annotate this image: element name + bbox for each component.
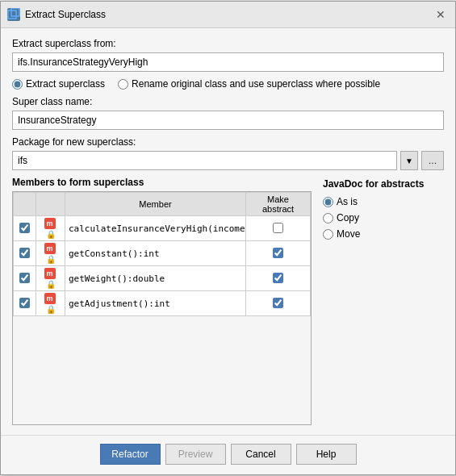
member-icon-cell: m🔒: [36, 266, 65, 291]
member-icon-cell: m🔒: [36, 216, 65, 241]
package-browse-button[interactable]: …: [421, 151, 444, 170]
make-abstract-checkbox[interactable]: [273, 298, 283, 308]
lock-icon: 🔒: [46, 305, 56, 314]
make-abstract-checkbox[interactable]: [273, 223, 283, 233]
members-table-wrapper: Member Make abstract m🔒calculateInsuranc…: [12, 191, 312, 425]
make-abstract-checkbox[interactable]: [273, 273, 283, 283]
dialog-footer: Refactor Preview Cancel Help: [1, 435, 455, 474]
radio-row: Extract superclass Rename original class…: [12, 78, 444, 90]
javadoc-move-option[interactable]: Move: [323, 228, 444, 240]
member-name: getWeight():double: [65, 266, 246, 291]
javadoc-copy-radio[interactable]: [323, 213, 333, 223]
javadoc-radio-group: As is Copy Move: [323, 196, 444, 240]
refactor-button[interactable]: Refactor: [100, 444, 161, 465]
members-section: Members to form superclass Member Make a…: [12, 177, 312, 425]
help-button[interactable]: Help: [296, 444, 357, 465]
member-checkbox[interactable]: [19, 248, 30, 258]
section-row: Members to form superclass Member Make a…: [12, 177, 444, 425]
radio-extract-option[interactable]: Extract superclass: [12, 78, 105, 90]
method-icon: m: [44, 218, 56, 229]
javadoc-copy-label: Copy: [337, 212, 359, 223]
extract-superclass-dialog: Extract Superclass ✕ Extract superclass …: [0, 1, 456, 475]
title-bar: Extract Superclass ✕: [1, 2, 455, 28]
radio-rename-option[interactable]: Rename original class and use superclass…: [118, 78, 380, 90]
radio-rename-label: Rename original class and use superclass…: [132, 78, 380, 90]
table-row: m🔒calculateInsuranceVeryHigh(income:doub…: [14, 216, 311, 241]
member-checkbox-cell: [14, 216, 36, 241]
make-abstract-cell: [246, 291, 311, 316]
col-check: [14, 193, 36, 216]
close-button[interactable]: ✕: [433, 6, 449, 23]
javadoc-move-label: Move: [337, 228, 360, 240]
javadoc-section: JavaDoc for abstracts As is Copy Move: [323, 177, 444, 425]
radio-rename[interactable]: [118, 79, 128, 90]
make-abstract-cell: [246, 241, 311, 266]
lock-icon: 🔒: [46, 230, 56, 239]
make-abstract-checkbox[interactable]: [273, 248, 283, 258]
make-abstract-cell: [246, 216, 311, 241]
member-name: getConstant():int: [65, 241, 246, 266]
javadoc-label: JavaDoc for abstracts: [323, 178, 444, 190]
lock-icon: 🔒: [46, 280, 56, 289]
col-member: Member: [65, 193, 246, 216]
javadoc-move-radio[interactable]: [323, 229, 333, 240]
radio-extract[interactable]: [12, 79, 23, 90]
cancel-button[interactable]: Cancel: [231, 444, 291, 465]
col-icon: [36, 193, 65, 216]
member-icon-cell: m🔒: [36, 241, 65, 266]
lock-icon: 🔒: [46, 255, 56, 264]
dialog-body: Extract superclass from: Extract supercl…: [1, 28, 455, 435]
member-checkbox[interactable]: [19, 223, 30, 233]
dialog-title: Extract Superclass: [25, 9, 106, 20]
method-icon: m: [44, 243, 56, 254]
member-checkbox-cell: [14, 266, 36, 291]
member-icon-cell: m🔒: [36, 291, 65, 316]
javadoc-asis-option[interactable]: As is: [323, 196, 444, 207]
javadoc-copy-option[interactable]: Copy: [323, 212, 444, 223]
make-abstract-cell: [246, 266, 311, 291]
method-icon: m: [44, 268, 56, 279]
title-bar-left: Extract Superclass: [7, 8, 106, 21]
package-dropdown-button[interactable]: ▼: [400, 151, 418, 170]
table-row: m🔒getWeight():double: [14, 266, 311, 291]
package-input[interactable]: [12, 151, 397, 170]
members-table: Member Make abstract m🔒calculateInsuranc…: [13, 192, 311, 316]
radio-extract-label: Extract superclass: [26, 78, 105, 90]
preview-button[interactable]: Preview: [165, 444, 226, 465]
member-checkbox-cell: [14, 241, 36, 266]
package-label: Package for new superclass:: [12, 136, 444, 148]
superclass-name-input[interactable]: [12, 111, 444, 130]
member-name: calculateInsuranceVeryHigh(income:doubl: [65, 216, 246, 241]
extract-from-input[interactable]: [12, 52, 444, 72]
member-name: getAdjustment():int: [65, 291, 246, 316]
extract-from-label: Extract superclass from:: [12, 38, 444, 49]
members-label: Members to form superclass: [12, 177, 312, 188]
member-checkbox[interactable]: [19, 298, 30, 308]
dialog-icon: [7, 8, 20, 21]
javadoc-asis-radio[interactable]: [323, 197, 333, 207]
table-row: m🔒getAdjustment():int: [14, 291, 311, 316]
table-row: m🔒getConstant():int: [14, 241, 311, 266]
package-row: ▼ …: [12, 151, 444, 170]
javadoc-asis-label: As is: [337, 196, 358, 207]
svg-rect-0: [8, 10, 16, 19]
member-checkbox[interactable]: [19, 273, 30, 283]
member-checkbox-cell: [14, 291, 36, 316]
superclass-name-label: Super class name:: [12, 96, 444, 107]
method-icon: m: [44, 293, 56, 304]
svg-rect-1: [11, 8, 19, 16]
col-abstract: Make abstract: [246, 193, 311, 216]
